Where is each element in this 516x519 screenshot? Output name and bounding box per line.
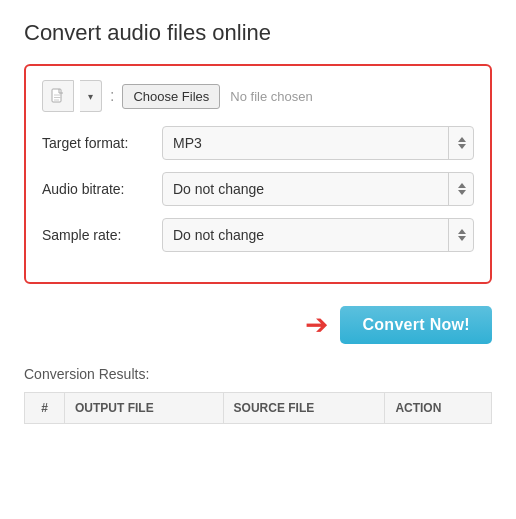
target-format-field: MP3 WAV AAC OGG FLAC WMA — [162, 126, 474, 160]
target-format-label: Target format: — [42, 135, 162, 151]
results-table-header: # OUTPUT FILE SOURCE FILE ACTION — [25, 393, 492, 424]
sample-rate-select[interactable]: Do not change 8000 Hz 11025 Hz 16000 Hz … — [162, 218, 474, 252]
col-action: ACTION — [385, 393, 492, 424]
audio-bitrate-row: Audio bitrate: Do not change 32 kbit/s 6… — [42, 172, 474, 206]
file-icon-button[interactable] — [42, 80, 74, 112]
upload-box: ▾ : Choose Files No file chosen Target f… — [24, 64, 492, 284]
results-table: # OUTPUT FILE SOURCE FILE ACTION — [24, 392, 492, 424]
col-source-file: SOURCE FILE — [223, 393, 385, 424]
header-row: # OUTPUT FILE SOURCE FILE ACTION — [25, 393, 492, 424]
audio-bitrate-label: Audio bitrate: — [42, 181, 162, 197]
file-dropdown-button[interactable]: ▾ — [80, 80, 102, 112]
results-title: Conversion Results: — [24, 366, 492, 382]
col-output-file: OUTPUT FILE — [65, 393, 224, 424]
results-section: Conversion Results: # OUTPUT FILE SOURCE… — [24, 366, 492, 424]
sample-rate-field: Do not change 8000 Hz 11025 Hz 16000 Hz … — [162, 218, 474, 252]
separator: : — [110, 87, 114, 105]
audio-bitrate-field: Do not change 32 kbit/s 64 kbit/s 128 kb… — [162, 172, 474, 206]
target-format-select[interactable]: MP3 WAV AAC OGG FLAC WMA — [162, 126, 474, 160]
chevron-down-icon: ▾ — [88, 91, 93, 102]
arrow-right-icon: ➔ — [305, 311, 328, 339]
file-input-row: ▾ : Choose Files No file chosen — [42, 80, 474, 112]
audio-bitrate-select[interactable]: Do not change 32 kbit/s 64 kbit/s 128 kb… — [162, 172, 474, 206]
document-icon — [51, 88, 65, 104]
target-format-row: Target format: MP3 WAV AAC OGG FLAC WMA — [42, 126, 474, 160]
no-file-label: No file chosen — [230, 89, 312, 104]
sample-rate-label: Sample rate: — [42, 227, 162, 243]
col-number: # — [25, 393, 65, 424]
choose-files-button[interactable]: Choose Files — [122, 84, 220, 109]
convert-now-button[interactable]: Convert Now! — [340, 306, 492, 344]
convert-row: ➔ Convert Now! — [24, 306, 492, 344]
page-title: Convert audio files online — [24, 20, 492, 46]
sample-rate-row: Sample rate: Do not change 8000 Hz 11025… — [42, 218, 474, 252]
